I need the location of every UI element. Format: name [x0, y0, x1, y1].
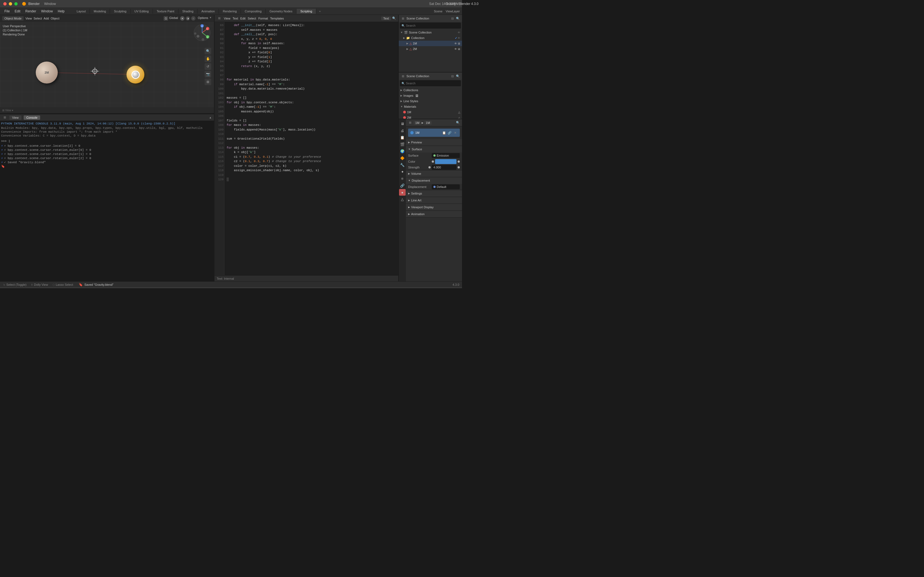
menu-edit[interactable]: Edit	[12, 9, 23, 14]
vl-materials[interactable]: ▼ Materials	[399, 104, 462, 110]
viewport-shading-rendered[interactable]: ○	[191, 16, 195, 21]
tab-geometry-nodes[interactable]: Geometry Nodes	[266, 9, 296, 14]
viewport-shading-solid[interactable]: ●	[180, 16, 184, 21]
code-view-menu[interactable]: View	[224, 17, 231, 20]
close-button[interactable]	[3, 2, 6, 5]
scene-eye-icon[interactable]: 👁	[457, 31, 460, 34]
mat-header-icon[interactable]: ⊞	[407, 120, 412, 125]
surface-header[interactable]: ▼ Surface	[406, 146, 462, 153]
object-mode-dropdown[interactable]: Object Mode	[2, 16, 24, 21]
disp-type-value[interactable]: Default	[432, 184, 460, 189]
camera-view-button[interactable]: 📷	[205, 71, 211, 77]
scene-props-tab[interactable]: 🎬	[399, 141, 405, 148]
obj2m-render[interactable]: 🖥	[457, 48, 460, 50]
minimize-button[interactable]	[9, 2, 12, 5]
animation-header[interactable]: ▶ Animation	[406, 211, 462, 218]
menu-help[interactable]: Help	[55, 9, 67, 14]
tab-sculpting[interactable]: Sculpting	[110, 9, 130, 14]
mat-1m-icon[interactable]: △	[458, 111, 460, 114]
code-templates-menu[interactable]: Templates	[270, 17, 284, 20]
obj1m-eye[interactable]: 👁	[454, 42, 457, 45]
view-layer-props-tab[interactable]: 📋	[399, 134, 405, 141]
viewport-object-menu[interactable]: Object	[51, 17, 60, 20]
code-select-menu[interactable]: Select	[248, 17, 256, 20]
view-layer-search[interactable]: 🔍	[456, 74, 460, 79]
preview-header[interactable]: ▶ Preview	[406, 139, 462, 146]
view-tab[interactable]: View	[9, 115, 21, 120]
outliner-search[interactable]: 🔍	[400, 23, 461, 29]
menu-render[interactable]: Render	[23, 9, 38, 14]
global-local-toggle[interactable]: G	[164, 16, 168, 21]
zoom-camera-button[interactable]: 🔍	[205, 48, 211, 55]
color-value[interactable]	[435, 159, 457, 164]
outliner-filter-icon[interactable]: ⊟	[450, 16, 455, 21]
menu-file[interactable]: File	[2, 9, 12, 14]
object-props-tab[interactable]: 🔶	[399, 155, 405, 161]
particles-props-tab[interactable]: ✦	[399, 168, 405, 175]
view-type-icon[interactable]: ⊞	[2, 115, 7, 120]
tab-rendering[interactable]: Rendering	[219, 9, 241, 14]
code-format-menu[interactable]: Format	[258, 17, 268, 20]
mat-delete-icon[interactable]: ✕	[453, 130, 457, 135]
collection-eye[interactable]: 👁	[457, 37, 460, 40]
tab-shading[interactable]: Shading	[178, 9, 197, 14]
console-tab[interactable]: Console	[24, 115, 40, 120]
viewport-3d[interactable]: Object Mode View Select Add Object G Glo…	[0, 15, 214, 114]
mat-copy-icon[interactable]: 📋	[442, 130, 447, 135]
move-button[interactable]: ✋	[205, 55, 211, 62]
tab-animation[interactable]: Animation	[197, 9, 219, 14]
world-props-tab[interactable]: 🌍	[399, 148, 405, 155]
displacement-header[interactable]: ▼ Displacement	[406, 177, 462, 184]
output-props-tab[interactable]: 🖨	[399, 127, 405, 134]
view-layer-filter[interactable]: ⊟	[450, 74, 455, 79]
add-workspace-button[interactable]: +	[316, 9, 323, 14]
menu-window[interactable]: Window	[39, 9, 55, 14]
obj2m-eye[interactable]: 👁	[454, 48, 457, 50]
strength-input[interactable]: 4.000	[432, 165, 457, 170]
search-icon[interactable]: 🔍	[392, 16, 396, 20]
physics-props-tab[interactable]: ⚛	[399, 175, 405, 182]
scene-collection-item[interactable]: ▼ 🎬 Scene Collection 👁	[399, 30, 462, 35]
view-layer-type-icon[interactable]: ⊞	[401, 74, 405, 79]
toggle-grid-button[interactable]: ⊞	[205, 79, 211, 85]
tab-modeling[interactable]: Modeling	[90, 9, 110, 14]
vl-mat-1m[interactable]: 1M △	[399, 110, 462, 115]
object-1m-item[interactable]: ▶ △ 1M 👁 🖥	[399, 41, 462, 46]
tab-uv-editing[interactable]: UV Editing	[131, 9, 153, 14]
outliner-search-input[interactable]	[406, 24, 459, 27]
view-layer-search-input[interactable]	[406, 82, 459, 85]
object-2m-item[interactable]: ▶ △ 2M 👁 🖥	[399, 46, 462, 52]
volume-header[interactable]: ▶ Volume	[406, 170, 462, 177]
obj1m-render[interactable]: 🖥	[457, 42, 460, 45]
render-props-tab[interactable]: 🖥	[399, 120, 405, 127]
active-material-bar[interactable]: 1M 📋 🔗 ✕	[408, 129, 460, 137]
viewport-shading-material[interactable]: ◑	[186, 16, 190, 21]
settings-header[interactable]: ▶ Settings	[406, 190, 462, 197]
collection-visible[interactable]: ✓	[455, 37, 457, 40]
constraints-props-tab[interactable]: 🔗	[399, 182, 405, 189]
code-content[interactable]: 8687888990 9192939495 96979899100 101102…	[215, 22, 398, 275]
outliner-search-icon[interactable]: 🔍	[456, 16, 460, 21]
mat-link-icon[interactable]: 🔗	[447, 130, 452, 135]
window-menu[interactable]: Window	[44, 2, 56, 6]
options-dropdown[interactable]: Options	[198, 16, 208, 21]
viewport-add-menu[interactable]: Add	[44, 17, 49, 20]
surface-shader-value[interactable]: Emission	[432, 153, 460, 158]
editor-type-icon[interactable]: ⊞	[217, 16, 222, 21]
rotate-button[interactable]: ↺	[205, 63, 211, 70]
viewport-display-header[interactable]: ▶ Viewport Display	[406, 204, 462, 211]
mat-2m-icon[interactable]: △	[458, 116, 460, 119]
fullscreen-button[interactable]	[14, 2, 18, 5]
code-text-menu[interactable]: Text	[233, 17, 238, 20]
view-layer-search[interactable]: 🔍	[400, 80, 461, 86]
vl-line-styles[interactable]: ▶ Line Styles	[399, 98, 462, 104]
material-props-tab[interactable]: ●	[399, 189, 405, 196]
outliner-type-icon[interactable]: ⊞	[401, 16, 405, 21]
tab-compositing[interactable]: Compositing	[241, 9, 266, 14]
vl-images[interactable]: ▶ Images 🖼	[399, 93, 462, 98]
color-right-dot[interactable]	[457, 160, 460, 163]
viewport-select-menu[interactable]: Select	[34, 17, 42, 20]
line-art-header[interactable]: ▶ Line Art	[406, 197, 462, 204]
tab-layout[interactable]: Layout	[73, 9, 90, 14]
modifier-props-tab[interactable]: 🔧	[399, 161, 405, 168]
